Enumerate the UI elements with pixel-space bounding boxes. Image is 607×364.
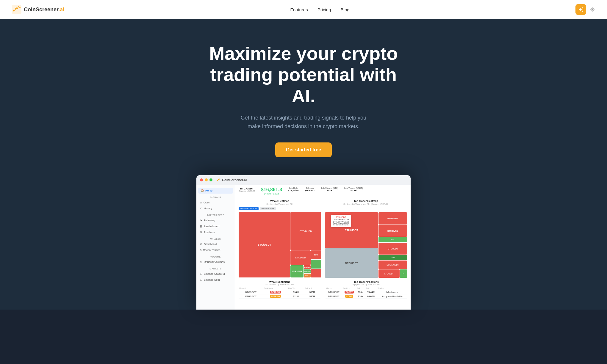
home-icon: 🏠 bbox=[201, 189, 204, 192]
btc-usdt-cell: BTC/USDT bbox=[239, 212, 290, 277]
sol-cell: SOL bbox=[378, 237, 407, 242]
sidebar-item-open[interactable]: ◇ Open bbox=[196, 200, 235, 205]
heatmap-col2-bottom: ETH/BUSD ETH/USDT BNE/BU BNE/BU TNT... bbox=[290, 250, 321, 277]
whales-section-label: WHALES bbox=[196, 235, 235, 241]
theme-toggle[interactable]: ☀ bbox=[590, 6, 595, 13]
heatmap-small-row: ETH/USDT BNE/BU BNE/BU TNT... bbox=[290, 265, 311, 277]
sidebar-item-following[interactable]: ⤷ Following bbox=[196, 217, 235, 223]
btc-usdt-trader-cell: BTC/USDT bbox=[325, 248, 378, 278]
sidebar-item-unusual-volumes[interactable]: ◎ Unusual Volumes bbox=[196, 259, 235, 265]
bottom-tables: Whale Sentiment Top 10 coins by volume l… bbox=[235, 278, 411, 301]
positions-icon: ✕ bbox=[200, 231, 202, 234]
whale-col-market: Market bbox=[239, 287, 263, 290]
dashboard-preview: CoinScreener.ai 🏠 Home SIGNALS ◇ Open ⊙ … bbox=[196, 175, 411, 310]
whale-heatmap-title: Whale Heatmap bbox=[239, 200, 321, 203]
window-dot-green bbox=[209, 178, 212, 181]
trader-small-row2: ETH bbox=[378, 255, 407, 260]
trader-col-pnl: Pnl bbox=[356, 287, 365, 290]
stats-bar: BTC/USDT Binance USDS-M $16,861.3 $48.30… bbox=[235, 185, 411, 197]
tab-binance-spot[interactable]: Binance Spot bbox=[260, 207, 276, 210]
login-button[interactable] bbox=[575, 4, 586, 15]
markets-section-label: MARKETS bbox=[196, 265, 235, 271]
trader-col-position: Position bbox=[342, 287, 356, 290]
whale-row1-sentiment: BEARISH bbox=[263, 290, 288, 294]
trader-heatmap-right: BNB/USDT BTC/BUSD SOL MTL/USDT ETH DOGE/… bbox=[378, 212, 407, 278]
whale-col-buy: Buy Vol bbox=[288, 287, 304, 290]
sidebar-item-home[interactable]: 🏠 Home bbox=[198, 188, 233, 194]
table-row: BTC/USDT BEARISH $36M $58M bbox=[239, 290, 320, 294]
logo-icon bbox=[12, 5, 21, 14]
trader-col-roi: Roi bbox=[365, 287, 377, 290]
nav-actions: ☀ bbox=[575, 4, 595, 15]
bnb-bu-cell: BNE/BU bbox=[304, 265, 311, 269]
binance-usdsm-icon: ⬡ bbox=[200, 272, 202, 275]
heatmap-row: Whale Heatmap Sentiment & Volume last 24… bbox=[235, 197, 411, 278]
whale-row2-market: ETH/USDT bbox=[239, 294, 263, 299]
small-green-cell bbox=[311, 260, 321, 269]
nav-pricing[interactable]: Pricing bbox=[317, 7, 331, 12]
whale-row1-market: BTC/USDT bbox=[239, 290, 263, 294]
trader-row2-pnl: $16K bbox=[356, 294, 365, 299]
stat-vol-usdt: 24h Volume (USDT) $5.8B bbox=[344, 187, 363, 192]
trader-table-subtitle: Top positions by profit last 24h bbox=[326, 283, 407, 285]
sidebar-item-recent-trades[interactable]: $ Recent Trades bbox=[196, 247, 235, 253]
trader-small-row1: SOL bbox=[378, 237, 407, 242]
bnb-usdt-cell: BNB/USDT bbox=[378, 212, 407, 224]
eth-usdt-cell-small: ETH/USDT bbox=[290, 265, 304, 277]
sidebar-item-positions[interactable]: ✕ Positions bbox=[196, 229, 235, 235]
get-started-button[interactable]: Get started free bbox=[275, 142, 332, 157]
logo[interactable]: CoinScreener.ai bbox=[12, 5, 64, 14]
history-icon: ⊙ bbox=[200, 207, 202, 210]
nav-features[interactable]: Features bbox=[290, 7, 308, 12]
trader-heatmap-visual: ETH-USDT Long Volume: $11M Short Volume:… bbox=[325, 212, 407, 278]
low-label: 24h Low bbox=[305, 187, 315, 189]
whale-sentiment-table: Whale Sentiment Top 10 coins by volume l… bbox=[239, 280, 323, 299]
unusual-volumes-icon: ◎ bbox=[200, 261, 202, 263]
stat-low: 24h Low $16,684.0 bbox=[305, 187, 315, 192]
btc-busd-cell: BTC/BUSD bbox=[290, 212, 321, 250]
window-dot-yellow bbox=[205, 178, 208, 181]
svg-rect-0 bbox=[12, 5, 21, 14]
whale-row2-buy: $21M bbox=[288, 294, 304, 299]
nav-blog[interactable]: Blog bbox=[341, 7, 350, 12]
doge-usdt-cell: DOGE/USDT bbox=[378, 261, 407, 269]
current-price: $16,861.3 bbox=[261, 187, 282, 192]
mtl-usdt-cell: MTL/USDT bbox=[378, 243, 407, 255]
whale-table-title: Whale Sentiment bbox=[239, 280, 320, 283]
sidebar-item-leaderboard[interactable]: ⬒ Leaderboard bbox=[196, 223, 235, 229]
trader-row1-position: SHORT bbox=[342, 290, 356, 294]
db-body: 🏠 Home SIGNALS ◇ Open ⊙ History TOP TRAD… bbox=[196, 185, 411, 310]
whale-col-sentiment: Sentiment bbox=[263, 287, 288, 290]
price-block: $16,861.3 $48.30 +0.28% bbox=[261, 187, 282, 195]
vol-btc-label: 24h Volume (BTC) bbox=[321, 187, 338, 189]
trader-row2-name: Anonymous User-64b04 bbox=[377, 294, 407, 299]
sidebar-item-binance-spot[interactable]: ⬡ Binance Spot bbox=[196, 277, 235, 283]
sidebar-item-binance-usdsm[interactable]: ⬡ Binance USDS-M bbox=[196, 271, 235, 277]
signals-section-label: SIGNALS bbox=[196, 194, 235, 200]
whale-heatmap-visual: BTC/USDT BTC/BUSD ETH/BUSD ETH/USDT bbox=[239, 212, 321, 277]
tnt-cell: TNT... bbox=[304, 274, 311, 277]
hero-section: Maximize your crypto trading potential w… bbox=[0, 19, 607, 310]
whale-row2-sentiment: BEARISH bbox=[263, 294, 288, 299]
trader-heatmap-left: ETH-USDT Long Volume: $11M Short Volume:… bbox=[325, 212, 378, 278]
eth-tooltip: ETH-USDT Long Volume: $11M Short Volume:… bbox=[331, 215, 351, 227]
trader-row2-market: BTC/USDT bbox=[326, 294, 342, 299]
leaderboard-icon: ⬒ bbox=[200, 225, 203, 228]
window-dot-red bbox=[200, 178, 203, 181]
logo-text: CoinScreener.ai bbox=[24, 7, 64, 13]
open-icon: ◇ bbox=[200, 201, 202, 204]
whale-row1-sell: $58M bbox=[304, 290, 320, 294]
db-titlebar: CoinScreener.ai bbox=[196, 175, 411, 185]
price-change: $48.30 +0.28% bbox=[261, 192, 282, 195]
high-value: $17,049.6 bbox=[288, 189, 299, 192]
sidebar-item-history[interactable]: ⊙ History bbox=[196, 205, 235, 211]
heatmap-tabs: Binance USDS-M Binance Spot bbox=[239, 207, 321, 210]
tab-binance-usdsm[interactable]: Binance USDS-M bbox=[239, 207, 259, 210]
trader-row2-position: LONG bbox=[342, 294, 356, 299]
recent-trades-icon: $ bbox=[200, 249, 201, 252]
whale-row2-sell: $30M bbox=[304, 294, 320, 299]
trader-col-trader: Trader bbox=[377, 287, 407, 290]
sidebar-item-dashboard[interactable]: ⊙ Dashboard bbox=[196, 241, 235, 247]
table-row: BTC/USDT SHORT $33K 73.44% 1x1millionman bbox=[326, 290, 407, 294]
trader-table-title: Top Trader Positions bbox=[326, 280, 407, 283]
